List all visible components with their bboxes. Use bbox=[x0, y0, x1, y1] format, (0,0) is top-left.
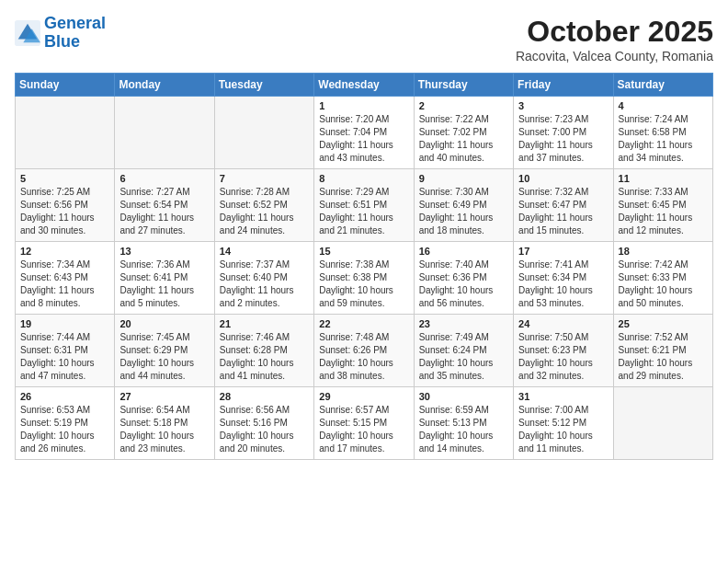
day-info: Sunrise: 7:49 AM Sunset: 6:24 PM Dayligh… bbox=[419, 331, 508, 383]
calendar-cell: 29Sunrise: 6:57 AM Sunset: 5:15 PM Dayli… bbox=[314, 387, 414, 460]
calendar-cell: 23Sunrise: 7:49 AM Sunset: 6:24 PM Dayli… bbox=[414, 315, 513, 387]
day-info: Sunrise: 7:42 AM Sunset: 6:33 PM Dayligh… bbox=[619, 259, 708, 310]
day-number: 28 bbox=[220, 391, 309, 402]
day-number: 15 bbox=[319, 246, 408, 257]
calendar-cell: 21Sunrise: 7:46 AM Sunset: 6:28 PM Dayli… bbox=[214, 315, 313, 387]
calendar-week-row: 19Sunrise: 7:44 AM Sunset: 6:31 PM Dayli… bbox=[16, 315, 713, 387]
weekday-header-monday: Monday bbox=[115, 74, 214, 97]
day-number: 21 bbox=[220, 318, 309, 329]
calendar-cell: 2Sunrise: 7:22 AM Sunset: 7:02 PM Daylig… bbox=[414, 97, 513, 169]
calendar-cell: 27Sunrise: 6:54 AM Sunset: 5:18 PM Dayli… bbox=[115, 387, 214, 460]
calendar-cell bbox=[16, 97, 115, 169]
calendar-cell: 7Sunrise: 7:28 AM Sunset: 6:52 PM Daylig… bbox=[214, 169, 313, 242]
day-number: 12 bbox=[20, 246, 109, 257]
day-info: Sunrise: 7:52 AM Sunset: 6:21 PM Dayligh… bbox=[619, 331, 708, 383]
day-number: 4 bbox=[619, 100, 708, 111]
calendar-cell: 25Sunrise: 7:52 AM Sunset: 6:21 PM Dayli… bbox=[613, 315, 712, 387]
day-number: 22 bbox=[319, 318, 408, 329]
day-info: Sunrise: 7:38 AM Sunset: 6:38 PM Dayligh… bbox=[319, 259, 408, 310]
calendar-week-row: 26Sunrise: 6:53 AM Sunset: 5:19 PM Dayli… bbox=[16, 387, 713, 460]
day-number: 18 bbox=[619, 246, 708, 257]
day-info: Sunrise: 6:57 AM Sunset: 5:15 PM Dayligh… bbox=[319, 404, 408, 455]
day-number: 1 bbox=[319, 100, 408, 111]
calendar-cell: 30Sunrise: 6:59 AM Sunset: 5:13 PM Dayli… bbox=[414, 387, 513, 460]
calendar-cell: 14Sunrise: 7:37 AM Sunset: 6:40 PM Dayli… bbox=[214, 242, 313, 315]
day-info: Sunrise: 7:44 AM Sunset: 6:31 PM Dayligh… bbox=[20, 331, 109, 383]
day-number: 20 bbox=[119, 318, 209, 329]
day-info: Sunrise: 7:45 AM Sunset: 6:29 PM Dayligh… bbox=[119, 331, 209, 383]
calendar-cell: 3Sunrise: 7:23 AM Sunset: 7:00 PM Daylig… bbox=[514, 97, 613, 169]
day-number: 19 bbox=[20, 318, 109, 329]
day-number: 13 bbox=[119, 246, 209, 257]
day-info: Sunrise: 7:36 AM Sunset: 6:41 PM Dayligh… bbox=[119, 259, 209, 310]
calendar-cell: 12Sunrise: 7:34 AM Sunset: 6:43 PM Dayli… bbox=[16, 242, 115, 315]
day-number: 6 bbox=[119, 173, 209, 184]
calendar-cell: 18Sunrise: 7:42 AM Sunset: 6:33 PM Dayli… bbox=[613, 242, 712, 315]
calendar-cell: 15Sunrise: 7:38 AM Sunset: 6:38 PM Dayli… bbox=[314, 242, 414, 315]
calendar-cell: 17Sunrise: 7:41 AM Sunset: 6:34 PM Dayli… bbox=[514, 242, 613, 315]
day-info: Sunrise: 7:32 AM Sunset: 6:47 PM Dayligh… bbox=[518, 186, 608, 237]
logo-general: General bbox=[44, 14, 106, 32]
day-info: Sunrise: 7:28 AM Sunset: 6:52 PM Dayligh… bbox=[220, 186, 309, 237]
day-info: Sunrise: 7:22 AM Sunset: 7:02 PM Dayligh… bbox=[419, 113, 508, 165]
day-number: 17 bbox=[518, 246, 608, 257]
title-block: October 2025 Racovita, Valcea County, Ro… bbox=[516, 15, 713, 63]
calendar-cell bbox=[214, 97, 313, 169]
calendar-cell: 11Sunrise: 7:33 AM Sunset: 6:45 PM Dayli… bbox=[613, 169, 712, 242]
calendar-cell: 19Sunrise: 7:44 AM Sunset: 6:31 PM Dayli… bbox=[16, 315, 115, 387]
day-number: 7 bbox=[220, 173, 309, 184]
day-number: 29 bbox=[319, 391, 408, 402]
weekday-header-row: SundayMondayTuesdayWednesdayThursdayFrid… bbox=[16, 74, 713, 97]
day-number: 24 bbox=[518, 318, 608, 329]
day-info: Sunrise: 7:29 AM Sunset: 6:51 PM Dayligh… bbox=[319, 186, 408, 237]
day-number: 2 bbox=[419, 100, 508, 111]
day-number: 23 bbox=[419, 318, 508, 329]
day-info: Sunrise: 7:27 AM Sunset: 6:54 PM Dayligh… bbox=[119, 186, 209, 237]
day-info: Sunrise: 6:56 AM Sunset: 5:16 PM Dayligh… bbox=[220, 404, 309, 455]
day-info: Sunrise: 7:41 AM Sunset: 6:34 PM Dayligh… bbox=[518, 259, 608, 310]
weekday-header-thursday: Thursday bbox=[414, 74, 513, 97]
day-info: Sunrise: 6:59 AM Sunset: 5:13 PM Dayligh… bbox=[419, 404, 508, 455]
day-info: Sunrise: 7:46 AM Sunset: 6:28 PM Dayligh… bbox=[220, 331, 309, 383]
day-number: 16 bbox=[419, 246, 508, 257]
calendar-cell: 9Sunrise: 7:30 AM Sunset: 6:49 PM Daylig… bbox=[414, 169, 513, 242]
weekday-header-friday: Friday bbox=[514, 74, 613, 97]
day-number: 9 bbox=[419, 173, 508, 184]
calendar-week-row: 1Sunrise: 7:20 AM Sunset: 7:04 PM Daylig… bbox=[16, 97, 713, 169]
month-title: October 2025 bbox=[516, 15, 713, 49]
day-info: Sunrise: 7:00 AM Sunset: 5:12 PM Dayligh… bbox=[518, 404, 608, 455]
calendar-cell: 28Sunrise: 6:56 AM Sunset: 5:16 PM Dayli… bbox=[214, 387, 313, 460]
day-number: 30 bbox=[419, 391, 508, 402]
calendar-cell: 16Sunrise: 7:40 AM Sunset: 6:36 PM Dayli… bbox=[414, 242, 513, 315]
day-info: Sunrise: 7:37 AM Sunset: 6:40 PM Dayligh… bbox=[220, 259, 309, 310]
logo-icon bbox=[15, 20, 40, 46]
day-number: 3 bbox=[518, 100, 608, 111]
day-number: 31 bbox=[518, 391, 608, 402]
weekday-header-wednesday: Wednesday bbox=[314, 74, 414, 97]
day-info: Sunrise: 7:50 AM Sunset: 6:23 PM Dayligh… bbox=[518, 331, 608, 383]
day-number: 11 bbox=[619, 173, 708, 184]
day-number: 26 bbox=[20, 391, 109, 402]
day-info: Sunrise: 6:54 AM Sunset: 5:18 PM Dayligh… bbox=[119, 404, 209, 455]
logo: General Blue bbox=[15, 15, 106, 52]
day-number: 27 bbox=[119, 391, 209, 402]
day-info: Sunrise: 7:40 AM Sunset: 6:36 PM Dayligh… bbox=[419, 259, 508, 310]
calendar-cell: 6Sunrise: 7:27 AM Sunset: 6:54 PM Daylig… bbox=[115, 169, 214, 242]
day-info: Sunrise: 7:20 AM Sunset: 7:04 PM Dayligh… bbox=[319, 113, 408, 165]
day-info: Sunrise: 7:30 AM Sunset: 6:49 PM Dayligh… bbox=[419, 186, 508, 237]
calendar-table: SundayMondayTuesdayWednesdayThursdayFrid… bbox=[15, 73, 713, 460]
day-info: Sunrise: 7:48 AM Sunset: 6:26 PM Dayligh… bbox=[319, 331, 408, 383]
calendar-week-row: 5Sunrise: 7:25 AM Sunset: 6:56 PM Daylig… bbox=[16, 169, 713, 242]
day-info: Sunrise: 7:33 AM Sunset: 6:45 PM Dayligh… bbox=[619, 186, 708, 237]
logo-blue: Blue bbox=[44, 32, 80, 51]
weekday-header-saturday: Saturday bbox=[613, 74, 712, 97]
calendar-cell: 22Sunrise: 7:48 AM Sunset: 6:26 PM Dayli… bbox=[314, 315, 414, 387]
calendar-week-row: 12Sunrise: 7:34 AM Sunset: 6:43 PM Dayli… bbox=[16, 242, 713, 315]
weekday-header-sunday: Sunday bbox=[16, 74, 115, 97]
calendar-cell: 31Sunrise: 7:00 AM Sunset: 5:12 PM Dayli… bbox=[514, 387, 613, 460]
calendar-cell: 4Sunrise: 7:24 AM Sunset: 6:58 PM Daylig… bbox=[613, 97, 712, 169]
day-info: Sunrise: 7:25 AM Sunset: 6:56 PM Dayligh… bbox=[20, 186, 109, 237]
calendar-cell: 26Sunrise: 6:53 AM Sunset: 5:19 PM Dayli… bbox=[16, 387, 115, 460]
calendar-cell: 1Sunrise: 7:20 AM Sunset: 7:04 PM Daylig… bbox=[314, 97, 414, 169]
day-number: 25 bbox=[619, 318, 708, 329]
